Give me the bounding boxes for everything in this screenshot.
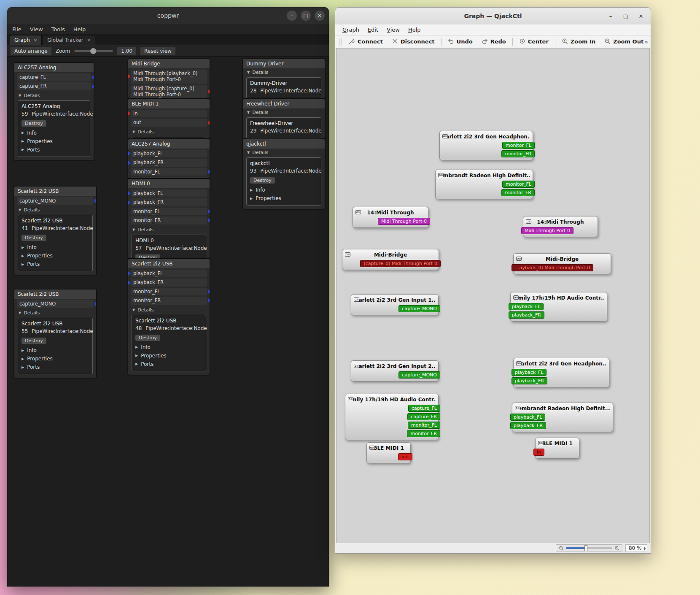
menu-file[interactable]: File bbox=[12, 26, 22, 32]
node-header[interactable]: qjackctl bbox=[243, 139, 325, 149]
section-info[interactable]: ▶Info bbox=[22, 129, 86, 137]
graph-node-scarlett-2i2-3rd-gen-input-2[interactable]: Scarlett 2i2 3rd Gen Input 2...capture_M… bbox=[351, 360, 439, 381]
details-toggle[interactable]: ▼Details bbox=[243, 68, 325, 76]
graph-node-scarlett-2i2-3rd-gen-headphon[interactable]: Scarlett 2i2 3rd Gen Headphon...playback… bbox=[513, 358, 609, 387]
section-properties[interactable]: ▶Properties bbox=[22, 354, 89, 363]
details-toggle[interactable]: ▼Details bbox=[243, 149, 325, 157]
port-row-playback-fr[interactable]: playback_FR bbox=[131, 159, 207, 166]
destroy-button[interactable]: Destroy bbox=[250, 177, 275, 184]
qjackctl-titlebar[interactable]: Graph — QjackCtl – ▢ ✕ bbox=[335, 8, 651, 24]
maximize-icon[interactable]: ▢ bbox=[622, 13, 630, 19]
tab-close-icon[interactable]: ✕ bbox=[34, 38, 37, 43]
disconnect-button[interactable]: Disconnect bbox=[388, 37, 439, 47]
graph-node-rembrandt-radeon-high-definit[interactable]: Rembrandt Radeon High Definit...playback… bbox=[512, 403, 613, 432]
destroy-button[interactable]: Destroy bbox=[135, 335, 160, 341]
section-ports[interactable]: ▶Ports bbox=[135, 360, 202, 368]
port-dot-red-icon[interactable] bbox=[128, 112, 130, 116]
details-toggle[interactable]: ▼Details bbox=[14, 206, 96, 214]
graph-node-scarlett-2i2-3rd-gen-headphon[interactable]: Scarlett 2i2 3rd Gen Headphon...monitor_… bbox=[439, 131, 533, 160]
port-row-capture-mono[interactable]: capture_MONO bbox=[17, 197, 94, 205]
port-row-playback-fr[interactable]: playback_FR bbox=[131, 198, 207, 206]
graph-node-family-17h-19h-hd-audio-contr[interactable]: Family 17h/19h HD Audio Contr...capture_… bbox=[345, 394, 439, 440]
minimize-icon[interactable]: – bbox=[287, 11, 297, 21]
spinner-arrows[interactable]: ▲▼ bbox=[643, 546, 646, 550]
tab-graph[interactable]: Graph✕ bbox=[10, 35, 42, 45]
port-in[interactable]: in bbox=[533, 449, 544, 456]
port-dot-red-icon[interactable] bbox=[208, 90, 210, 94]
port-row-playback-fl[interactable]: playback_FL bbox=[131, 150, 207, 157]
zoom-slider[interactable] bbox=[74, 50, 113, 52]
zoom-in-icon[interactable] bbox=[614, 544, 619, 552]
zoom-percent-spinbox[interactable]: 80 % ▲▼ bbox=[625, 544, 647, 552]
port-capture-mono[interactable]: capture_MONO bbox=[398, 371, 440, 379]
port-row-playback-fr[interactable]: playback_FR bbox=[131, 279, 207, 286]
port-dot-blue-icon[interactable] bbox=[94, 302, 97, 306]
node-header[interactable]: BLE MIDI 1 bbox=[128, 99, 210, 108]
section-ports[interactable]: ▶Ports bbox=[22, 146, 86, 154]
port-dot-blue-icon[interactable] bbox=[128, 272, 130, 276]
port-row-capture-mono[interactable]: capture_MONO bbox=[17, 300, 94, 308]
center-button[interactable]: Center bbox=[515, 37, 552, 47]
graph-node-midi-bridge[interactable]: Midi-Bridge(capture_0) Midi Through Port… bbox=[342, 249, 439, 270]
port-monitor-fr[interactable]: monitor_FR bbox=[407, 430, 440, 437]
port-ayback-0-midi-through-port-0[interactable]: ...ayback_0) Midi Through Port-0 bbox=[512, 264, 593, 271]
redo-button[interactable]: Redo bbox=[478, 37, 510, 47]
coppwr-graph-area[interactable]: ALC257 Analogcapture_FLcapture_FR▼Detail… bbox=[7, 57, 329, 587]
graph-node-family-17h-19h-hd-audio-contr[interactable]: Family 17h/19h HD Audio Contr...playback… bbox=[510, 292, 607, 322]
port-row-midi-through-capture-0[interactable]: Midi Through:(capture_0)Midi Through Por… bbox=[131, 85, 207, 99]
graph-node-14-midi-through[interactable]: 14:Midi ThroughMidi Through Port-0 bbox=[523, 216, 598, 237]
port-row-monitor-fr[interactable]: monitor_FR bbox=[131, 216, 207, 224]
destroy-button[interactable]: Destroy bbox=[22, 338, 46, 344]
maximize-icon[interactable]: ▢ bbox=[301, 11, 311, 21]
port-dot-blue-icon[interactable] bbox=[128, 281, 130, 284]
section-info[interactable]: ▶Info bbox=[22, 243, 89, 252]
port-playback-fr[interactable]: playback_FR bbox=[510, 422, 546, 429]
details-toggle[interactable]: ▼Details bbox=[243, 108, 325, 116]
port-dot-blue-icon[interactable] bbox=[208, 289, 210, 293]
port-out[interactable]: out bbox=[398, 453, 412, 460]
node-header[interactable]: HDMI 0 bbox=[128, 179, 210, 188]
port-dot-red-icon[interactable] bbox=[128, 75, 130, 78]
port-midi-through-port-0[interactable]: Midi Through Port-0 bbox=[378, 218, 430, 225]
details-toggle[interactable]: ▼Details bbox=[128, 128, 210, 136]
details-toggle[interactable]: ▼Details bbox=[128, 226, 210, 234]
coppwr-titlebar[interactable]: coppwr – ▢ ✕ bbox=[7, 7, 329, 24]
details-toggle[interactable]: ▼Details bbox=[14, 309, 96, 317]
zoom-slider-thumb[interactable] bbox=[584, 545, 587, 551]
node-header[interactable]: ALC257 Analog bbox=[14, 63, 94, 72]
menu-view[interactable]: View bbox=[383, 25, 404, 34]
port-dot-blue-icon[interactable] bbox=[92, 84, 94, 88]
port-row-monitor-fr[interactable]: monitor_FR bbox=[131, 297, 207, 304]
node-header[interactable]: Scarlett 2i2 USB bbox=[14, 289, 96, 299]
port-row-monitor-fl[interactable]: monitor_FL bbox=[131, 288, 207, 295]
port-dot-blue-icon[interactable] bbox=[128, 192, 130, 195]
connect-button[interactable]: Connect bbox=[345, 37, 387, 47]
spin-down-icon[interactable]: ▼ bbox=[643, 548, 646, 550]
port-playback-fl[interactable]: playback_FL bbox=[510, 414, 545, 421]
port-dot-blue-icon[interactable] bbox=[208, 219, 210, 222]
node-header[interactable]: ALC257 Analog bbox=[128, 139, 210, 149]
section-properties[interactable]: ▶Properties bbox=[135, 352, 202, 360]
zoom-in-button[interactable]: Zoom In bbox=[558, 37, 599, 47]
qjackctl-canvas[interactable]: Scarlett 2i2 3rd Gen Headphon...monitor_… bbox=[336, 48, 650, 543]
port-monitor-fl[interactable]: monitor_FL bbox=[502, 142, 535, 149]
graph-node-ble-midi-1[interactable]: BLE MIDI 1out bbox=[366, 442, 411, 463]
port-row-midi-through-playback-0[interactable]: Midi Through:(playback_0)Midi Through Po… bbox=[131, 70, 207, 84]
menu-help[interactable]: Help bbox=[73, 26, 86, 32]
section-info[interactable]: ▶Info bbox=[135, 343, 202, 352]
port-row-playback-fl[interactable]: playback_FL bbox=[131, 189, 207, 197]
menu-graph[interactable]: Graph bbox=[339, 25, 363, 34]
port-monitor-fl[interactable]: monitor_FL bbox=[408, 422, 440, 429]
port-dot-blue-icon[interactable] bbox=[94, 199, 97, 203]
port-monitor-fr[interactable]: monitor_FR bbox=[501, 189, 535, 196]
port-row-monitor-fl[interactable]: monitor_FL bbox=[131, 168, 207, 176]
details-toggle[interactable]: ▼Details bbox=[128, 306, 210, 314]
port-dot-blue-icon[interactable] bbox=[208, 170, 210, 173]
port-row-playback-fl[interactable]: playback_FL bbox=[131, 270, 207, 277]
graph-node-14-midi-through[interactable]: 14:Midi ThroughMidi Through Port-0 bbox=[353, 207, 428, 228]
port-dot-red-icon[interactable] bbox=[208, 121, 210, 124]
port-playback-fl[interactable]: playback_FL bbox=[509, 303, 544, 310]
port-row-out[interactable]: out bbox=[131, 119, 207, 126]
menu-view[interactable]: View bbox=[30, 26, 43, 32]
port-monitor-fl[interactable]: monitor_FL bbox=[502, 181, 535, 188]
